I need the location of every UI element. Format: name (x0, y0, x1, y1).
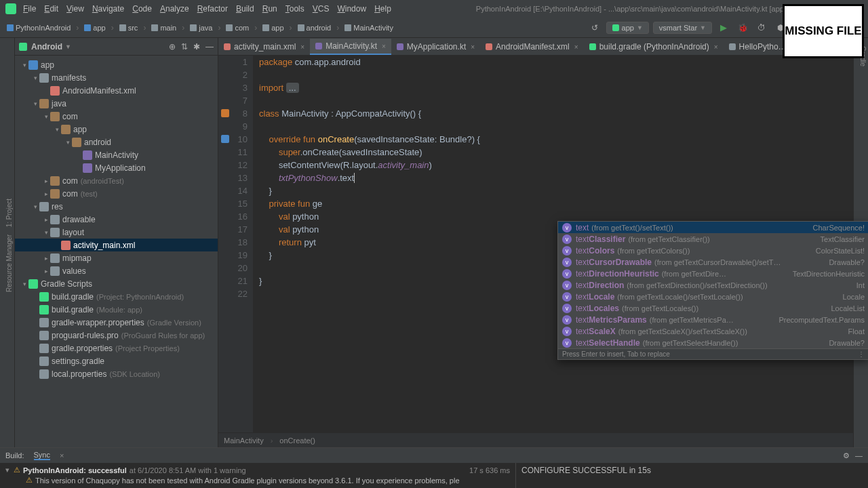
tree-item[interactable]: ▾android (15, 136, 218, 148)
left-tab-resource-manager[interactable]: Resource Manager (4, 232, 14, 295)
build-tab-build[interactable]: Build: (5, 451, 24, 460)
breadcrumb-item[interactable]: PythonInAndroid (4, 22, 73, 33)
menu-refactor[interactable]: Refactor (197, 4, 228, 14)
menu-build[interactable]: Build (236, 4, 254, 14)
profiler-button[interactable]: ⏱ (754, 20, 769, 35)
editor-tab[interactable]: activity_main.xml× (218, 39, 310, 55)
tree-item[interactable]: ▸com(androidTest) (15, 174, 218, 187)
menu-analyze[interactable]: Analyze (160, 4, 189, 14)
menu-edit[interactable]: Edit (44, 4, 58, 14)
tree-item[interactable]: local.properties(SDK Location) (15, 367, 218, 380)
settings-icon[interactable]: ✱ (193, 42, 200, 52)
left-tool-gutter: 1: Project Resource Manager (0, 38, 15, 447)
breadcrumb-item[interactable]: src (117, 22, 141, 33)
tree-item[interactable]: ▸com(test) (15, 187, 218, 200)
tree-item[interactable]: ▾res (15, 200, 218, 213)
completion-item[interactable]: vtextScaleX(from getTextScaleX()/setText… (558, 325, 868, 337)
target-icon[interactable]: ⊕ (169, 42, 176, 52)
breadcrumb-item[interactable]: android (295, 22, 334, 33)
close-icon[interactable]: × (300, 43, 304, 51)
gear-icon[interactable]: ⚙ (843, 451, 850, 460)
device-combo[interactable]: vsmart Star ▼ (653, 22, 712, 34)
editor-tab[interactable]: MyApplication.kt× (391, 39, 480, 55)
editor-tab[interactable]: AndroidManifest.xml× (480, 39, 584, 55)
tree-item[interactable]: MainActivity (15, 148, 218, 161)
run-config-label: app (622, 24, 634, 32)
tree-item[interactable]: build.gradle(Project: PythonInAndroid) (15, 290, 218, 303)
menu-help[interactable]: Help (374, 4, 391, 14)
tree-item[interactable]: ▾app (15, 58, 218, 71)
view-mode-label[interactable]: Android (31, 42, 62, 52)
tree-item[interactable]: settings.gradle (15, 354, 218, 367)
completion-item[interactable]: vtextMetricsParams(from getTextMetricsPa… (558, 314, 868, 325)
completion-item[interactable]: vtextCursorDrawable(from getTextCursorDr… (558, 256, 868, 268)
tree-item[interactable]: ▾manifests (15, 71, 218, 84)
chevron-down-icon[interactable]: ▼ (65, 43, 71, 50)
breadcrumb-item[interactable]: app (260, 22, 286, 33)
editor-tab[interactable]: build.gradle (PythonInAndroid)× (584, 39, 724, 55)
tree-item[interactable]: ▸drawable (15, 213, 218, 226)
completion-item[interactable]: vtextClassifier(from getTextClassifier()… (558, 233, 868, 245)
completion-item[interactable]: vtext(from getText()/setText())CharSeque… (558, 222, 868, 233)
menu-file[interactable]: File (23, 4, 36, 14)
tree-item[interactable]: ▸values (15, 264, 218, 277)
close-icon[interactable]: × (60, 451, 64, 460)
sync-gradle-icon[interactable]: ↺ (587, 20, 602, 35)
breadcrumb-item[interactable]: main (149, 22, 179, 33)
close-icon[interactable]: × (382, 43, 386, 50)
project-tool-window: Android ▼ ⊕ ⇅ ✱ — ▾app▾manifestsAndroidM… (15, 38, 218, 447)
build-tab-sync[interactable]: Sync (34, 451, 50, 460)
project-tree[interactable]: ▾app▾manifestsAndroidManifest.xml▾java▾c… (15, 56, 218, 447)
editor-area: activity_main.xml×MainActivity.kt×MyAppl… (218, 38, 853, 447)
tree-item[interactable]: ▾Gradle Scripts (15, 277, 218, 290)
completion-item[interactable]: vtextLocales(from getTextLocales())Local… (558, 302, 868, 314)
breadcrumb-item[interactable]: MainActivity (342, 22, 396, 33)
breadcrumb-item[interactable]: java (187, 22, 215, 33)
bc-class[interactable]: MainActivity (224, 436, 264, 445)
completion-hint: Press Enter to insert, Tab to replace (562, 350, 670, 358)
tree-item[interactable]: activity_main.xml (15, 239, 218, 251)
completion-item[interactable]: vtextSelectHandle(from getTextSelectHand… (558, 337, 868, 348)
close-icon[interactable]: × (714, 43, 718, 51)
tree-item[interactable]: ▾com (15, 110, 218, 123)
breadcrumb-item[interactable]: com (223, 22, 252, 33)
completion-item[interactable]: vtextDirection(from getTextDirection()/s… (558, 279, 868, 291)
menu-navigate[interactable]: Navigate (92, 4, 124, 14)
close-icon[interactable]: × (574, 43, 578, 51)
menu-tools[interactable]: Tools (285, 4, 304, 14)
tree-item[interactable]: build.gradle(Module: app) (15, 303, 218, 316)
tree-item[interactable]: AndroidManifest.xml (15, 84, 218, 97)
tree-item[interactable]: ▾app (15, 123, 218, 136)
menu-view[interactable]: View (66, 4, 84, 14)
completion-popup[interactable]: vtext(from getText()/setText())CharSeque… (557, 221, 868, 360)
bc-method[interactable]: onCreate() (279, 436, 315, 445)
tree-item[interactable]: ▸mipmap (15, 251, 218, 264)
menu-run[interactable]: Run (262, 4, 277, 14)
editor-tab-bar: activity_main.xml×MainActivity.kt×MyAppl… (218, 38, 853, 56)
tree-item[interactable]: MyApplication (15, 161, 218, 174)
completion-item[interactable]: vtextLocale(from getTextLocale()/setText… (558, 291, 868, 302)
run-config-combo[interactable]: app ▼ (606, 22, 649, 34)
menu-bar: FileEditViewNavigateCodeAnalyzeRefactorB… (23, 4, 399, 14)
left-tab-project[interactable]: 1: Project (4, 196, 14, 230)
menu-code[interactable]: Code (132, 4, 152, 14)
filter-icon[interactable]: ⇅ (181, 42, 188, 52)
completion-item[interactable]: vtextColors(from getTextColors())ColorSt… (558, 245, 868, 256)
tree-item[interactable]: ▾java (15, 97, 218, 110)
close-icon[interactable]: × (471, 43, 475, 51)
device-label: vsmart Star (659, 24, 697, 32)
minimize-icon[interactable]: — (855, 451, 863, 460)
completion-item[interactable]: vtextDirectionHeuristic(from getTextDire… (558, 268, 868, 279)
editor-tab[interactable]: MainActivity.kt× (310, 39, 391, 55)
breadcrumb-item[interactable]: app (81, 22, 108, 33)
tree-item[interactable]: proguard-rules.pro(ProGuard Rules for ap… (15, 329, 218, 342)
menu-window[interactable]: Window (337, 4, 366, 14)
tree-item[interactable]: ▾layout (15, 226, 218, 239)
collapse-icon[interactable]: — (205, 42, 214, 52)
run-button[interactable]: ▶ (716, 20, 731, 35)
tree-item[interactable]: gradle-wrapper.properties(Gradle Version… (15, 316, 218, 329)
menu-vcs[interactable]: VCS (313, 4, 330, 14)
tree-item[interactable]: gradle.properties(Project Properties) (15, 342, 218, 354)
debug-button[interactable]: 🐞 (735, 20, 750, 35)
build-tool-window: Build: Sync × ⚙ — ▾ ⚠ PythonInAndroid: s… (0, 447, 868, 488)
